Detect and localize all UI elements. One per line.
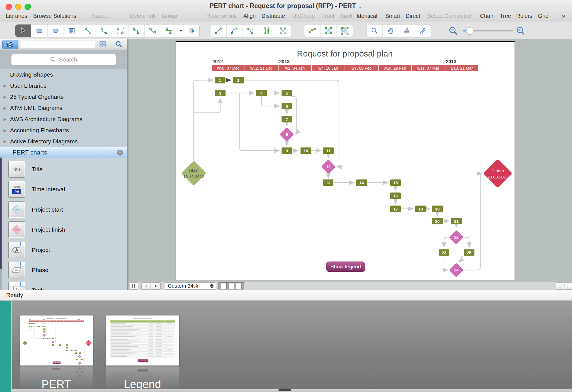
pert-task-25[interactable]: 25	[81, 359, 83, 360]
zoom-in-icon[interactable]	[516, 26, 526, 36]
pert-milestone-22[interactable]: 22	[78, 355, 81, 358]
pert-task-20[interactable]: 20	[75, 352, 77, 354]
pert-link[interactable]	[25, 327, 31, 330]
timeline-week-cell[interactable]: w50, 07 Dec	[29, 320, 35, 322]
expand-triangle-icon[interactable]: ▶	[0, 84, 10, 88]
pert-task-11[interactable]: 11	[323, 148, 334, 154]
page-box[interactable]	[228, 283, 234, 289]
pert-task-14[interactable]: 14	[356, 180, 367, 186]
page-thumbnail-legend[interactable]	[106, 315, 179, 366]
timeline-year[interactable]: 2013	[43, 319, 45, 320]
show-legend-button[interactable]: Show legend	[326, 262, 365, 272]
pert-task-13[interactable]: 13	[52, 344, 54, 346]
shape-item-project[interactable]: A✓ Project	[0, 240, 127, 260]
pert-link[interactable]	[444, 256, 448, 270]
checkbox-icon[interactable]: ✓	[20, 242, 25, 246]
pert-link[interactable]	[45, 327, 46, 335]
timeline-week-cell[interactable]: w13, 21 Mar	[445, 65, 478, 71]
panel-drag-handle[interactable]	[278, 389, 291, 391]
pert-task-21[interactable]: 21	[79, 352, 81, 354]
pert-link[interactable]	[261, 96, 280, 106]
sidebar-item-active-directory-diagrams[interactable]: ▶Active Directory Diagrams	[0, 136, 127, 147]
pert-task-7[interactable]: 7	[43, 331, 45, 332]
pert-task-19[interactable]: 19	[75, 350, 77, 351]
sidebar-item-aws-architecture-diagrams[interactable]: ▶AWS Architecture Diagrams	[0, 114, 127, 125]
zoom-slider-knob[interactable]	[466, 27, 473, 35]
pert-task-13[interactable]: 13	[323, 180, 333, 186]
timeline-week-cell[interactable]: w10, 29 Feb	[379, 65, 411, 71]
timeline-week-cell[interactable]: w7, 08 Feb	[57, 320, 63, 322]
page-thumbnail-pert[interactable]: Request for proposal plan201220132013 w5…	[20, 315, 93, 366]
expand-triangle-icon[interactable]: ▶	[0, 128, 10, 133]
pert-task-23[interactable]: 23	[439, 249, 449, 256]
pert-task-11[interactable]: 11	[52, 338, 54, 339]
search-input[interactable]: Search	[11, 54, 116, 65]
page-indicator[interactable]	[218, 282, 244, 290]
sidebar-item-atm-uml-diagrams[interactable]: ▶ATM UML Diagrams	[0, 102, 127, 114]
menu-item-identical[interactable]: Identical	[357, 11, 377, 22]
previous-page-button[interactable]	[141, 282, 151, 290]
pert-task-5[interactable]: 5	[282, 90, 292, 96]
pert-start-milestone[interactable]: Start 12.12.2012	[181, 161, 207, 186]
grid-view-button[interactable]	[97, 40, 108, 49]
timeline-year[interactable]: 2012	[29, 319, 31, 320]
timeline-year[interactable]: 2013	[279, 59, 290, 64]
timeline-week-cell[interactable]: w52, 21 Dec	[245, 65, 278, 71]
pert-link[interactable]	[194, 98, 220, 113]
pert-link[interactable]	[35, 326, 43, 338]
checkbox-icon[interactable]: ✓	[20, 262, 25, 266]
pert-milestone-8[interactable]: 8	[280, 127, 294, 142]
pert-task-2[interactable]: 2	[233, 77, 244, 84]
scrollbar-thumb[interactable]	[0, 158, 3, 270]
timeline-week-cell[interactable]: w11, 07 Mar	[71, 320, 77, 322]
pert-task-1[interactable]: 1	[29, 323, 31, 324]
timeline-week-cell[interactable]: w2, 04 Jan	[278, 65, 311, 71]
pert-task-10[interactable]: 10	[47, 338, 49, 339]
time-interval-icon[interactable]: YearInt	[8, 181, 25, 198]
pert-link[interactable]	[458, 256, 462, 262]
project-start-icon[interactable]	[8, 201, 25, 218]
chart-title[interactable]: Request for proposal plan	[47, 317, 67, 319]
document-page[interactable]: Request for proposal plan201220132013 w5…	[176, 41, 515, 280]
pert-task-3[interactable]: 3	[30, 326, 32, 327]
pert-task-15[interactable]: 15	[66, 344, 68, 346]
close-section-icon[interactable]: ✕	[117, 150, 123, 156]
menu-item-libraries[interactable]: Libraries	[6, 11, 27, 22]
next-page-button[interactable]	[151, 282, 161, 290]
pert-milestone-22[interactable]: 22	[449, 230, 464, 244]
sidebar-item-accounting-flowcharts[interactable]: ▶Accounting Flowcharts	[0, 125, 127, 136]
menu-item-distribute[interactable]: Distribute	[261, 11, 285, 22]
sidebar-splitter[interactable]	[127, 39, 129, 290]
pert-link[interactable]	[240, 93, 280, 151]
title-icon[interactable]: Title	[8, 161, 25, 178]
pert-task-20[interactable]: 20	[432, 218, 443, 224]
sidebar-item-25-typical-orgcharts[interactable]: ▶25 Typical Orgcharts	[0, 91, 127, 102]
timeline-week-cell[interactable]: w11, 07 Mar	[412, 65, 445, 71]
timeline-week-cell[interactable]: w50, 07 Dec	[212, 65, 245, 71]
pert-task-10[interactable]: 10	[300, 148, 311, 154]
menu-overflow-chevron-icon[interactable]: »	[562, 11, 565, 22]
pert-link[interactable]	[80, 360, 81, 362]
phase-icon[interactable]: ✓	[8, 262, 25, 278]
timeline-year[interactable]: 2012	[212, 59, 223, 64]
title-chevron-icon[interactable]: ⌄	[358, 3, 363, 9]
pert-task-14[interactable]: 14	[59, 344, 61, 346]
menu-item-chain[interactable]: Chain	[480, 11, 495, 22]
pert-task-16[interactable]: 16	[66, 347, 68, 349]
expand-triangle-icon[interactable]: ▶	[0, 106, 10, 110]
timeline-week-cell[interactable]: w7, 08 Feb	[345, 65, 378, 71]
zoom-out-icon[interactable]	[448, 26, 458, 36]
pert-milestone-24[interactable]: 24	[78, 362, 81, 365]
menu-item-direct[interactable]: Direct	[406, 11, 420, 22]
timeline-week-cell[interactable]: w52, 21 Dec	[36, 320, 42, 322]
pert-link[interactable]	[81, 356, 82, 359]
project-icon[interactable]: A✓	[8, 242, 25, 258]
timeline-week-cell[interactable]: w13, 21 Mar	[77, 320, 84, 322]
menu-item-align[interactable]: Align	[243, 11, 256, 22]
shape-item-project-start[interactable]: Project start	[0, 200, 127, 220]
pert-task-15[interactable]: 15	[390, 180, 401, 186]
pert-start-milestone[interactable]: Start 12.12.2012	[22, 340, 28, 346]
timeline-year[interactable]: 2013	[77, 319, 80, 320]
library-path-field[interactable]	[20, 41, 95, 48]
pert-task-17[interactable]: 17	[66, 350, 68, 351]
